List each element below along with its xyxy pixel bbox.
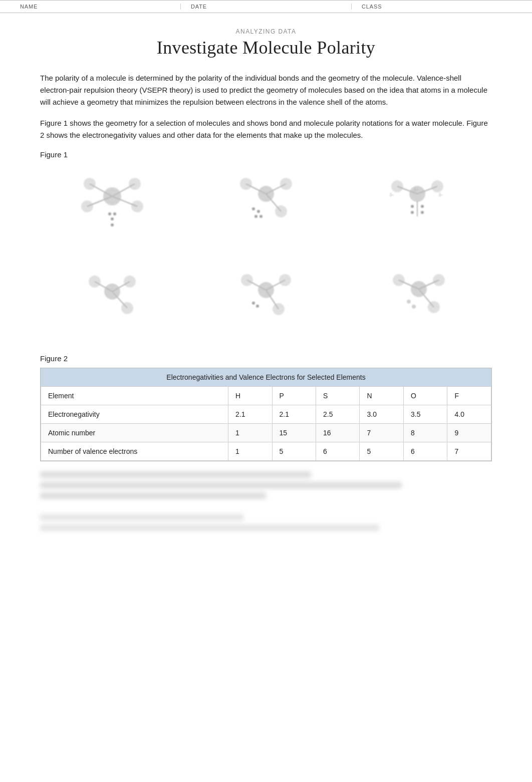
molecule-svg-4 <box>72 264 152 334</box>
molecule-svg-6 <box>380 264 460 334</box>
svg-point-31 <box>421 205 424 208</box>
row-label-1: Atomic number <box>41 424 228 442</box>
col-header-F: F <box>447 387 491 405</box>
cell-r1-c5: 9 <box>447 424 491 442</box>
col-header-N: N <box>360 387 403 405</box>
header-bar: NAME DATE CLASS <box>0 0 532 13</box>
class-field: CLASS <box>352 4 512 10</box>
row-label-0: Electronegativity <box>41 405 228 424</box>
table-title: Electronegativities and Valence Electron… <box>41 368 491 386</box>
svg-point-61 <box>412 305 416 309</box>
col-header-element: Element <box>41 387 228 405</box>
date-label: DATE <box>191 4 207 10</box>
svg-point-33 <box>421 211 424 214</box>
molecule-cell-2 <box>194 164 338 244</box>
svg-text:δ-: δ- <box>390 192 394 197</box>
date-field: DATE <box>181 4 352 10</box>
cell-r0-c1: 2.1 <box>272 405 316 424</box>
svg-point-30 <box>411 205 414 208</box>
table-header-row: Element H P S N O F <box>41 387 491 405</box>
cell-r1-c0: 1 <box>228 424 272 442</box>
molecule-cell-1 <box>40 164 184 244</box>
svg-point-52 <box>256 305 259 308</box>
molecule-svg-5 <box>226 264 306 334</box>
svg-point-9 <box>108 212 111 215</box>
cell-r2-c3: 5 <box>360 442 403 461</box>
svg-point-21 <box>257 210 260 213</box>
cell-r0-c5: 4.0 <box>447 405 491 424</box>
svg-point-20 <box>252 207 255 210</box>
molecule-svg-3: δ- δ- δ+ <box>380 169 460 239</box>
cell-r1-c2: 16 <box>316 424 360 442</box>
figure2-table-container: Electronegativities and Valence Electron… <box>40 368 492 461</box>
cell-r1-c4: 8 <box>403 424 447 442</box>
cell-r2-c1: 5 <box>272 442 316 461</box>
cell-r0-c2: 2.5 <box>316 405 360 424</box>
cell-r0-c3: 3.0 <box>360 405 403 424</box>
figure1-label: Figure 1 <box>40 150 492 159</box>
blurred-section-1 <box>40 471 492 499</box>
svg-point-12 <box>111 223 114 226</box>
class-label: CLASS <box>362 4 382 10</box>
molecule-cell-3: δ- δ- δ+ <box>348 164 492 244</box>
molecule-cell-6 <box>348 259 492 339</box>
cell-r2-c2: 6 <box>316 442 360 461</box>
data-table: Element H P S N O F Electronegativity2.1… <box>41 386 491 461</box>
molecules-grid-row2 <box>40 259 492 339</box>
svg-text:δ+: δ+ <box>414 187 419 192</box>
col-header-S: S <box>316 387 360 405</box>
molecules-grid-row1: δ- δ- δ+ <box>40 164 492 244</box>
svg-point-10 <box>113 212 116 215</box>
molecule-cell-5 <box>194 259 338 339</box>
molecule-cell-4 <box>40 259 184 339</box>
molecule-svg-1 <box>72 169 152 239</box>
cell-r1-c1: 15 <box>272 424 316 442</box>
paragraph-2: Figure 1 shows the geometry for a select… <box>40 117 492 141</box>
svg-point-51 <box>252 302 255 305</box>
blurred-section-2 <box>40 514 492 531</box>
paragraph-1: The polarity of a molecule is determined… <box>40 72 492 108</box>
col-header-O: O <box>403 387 447 405</box>
row-label-2: Number of valence electrons <box>41 442 228 461</box>
cell-r0-c4: 3.5 <box>403 405 447 424</box>
cell-r2-c0: 1 <box>228 442 272 461</box>
page-title: Investigate Molecule Polarity <box>40 37 492 58</box>
title-section: ANALYZING DATA Investigate Molecule Pola… <box>40 28 492 58</box>
name-label: NAME <box>20 4 38 10</box>
table-row: Number of valence electrons156567 <box>41 442 491 461</box>
svg-point-60 <box>407 300 411 304</box>
svg-point-32 <box>411 211 414 214</box>
cell-r0-c0: 2.1 <box>228 405 272 424</box>
col-header-P: P <box>272 387 316 405</box>
svg-point-23 <box>259 215 262 218</box>
svg-point-11 <box>111 217 114 220</box>
table-row: Electronegativity2.12.12.53.03.54.0 <box>41 405 491 424</box>
cell-r2-c4: 6 <box>403 442 447 461</box>
svg-text:δ-: δ- <box>439 192 443 197</box>
name-field: NAME <box>20 4 181 10</box>
molecule-svg-2 <box>226 169 306 239</box>
subtitle-label: ANALYZING DATA <box>40 28 492 35</box>
table-row: Atomic number11516789 <box>41 424 491 442</box>
figure2-label: Figure 2 <box>40 354 492 363</box>
svg-point-22 <box>254 215 257 218</box>
main-content: ANALYZING DATA Investigate Molecule Pola… <box>0 13 532 561</box>
col-header-H: H <box>228 387 272 405</box>
cell-r1-c3: 7 <box>360 424 403 442</box>
page: NAME DATE CLASS ANALYZING DATA Investiga… <box>0 0 532 782</box>
cell-r2-c5: 7 <box>447 442 491 461</box>
